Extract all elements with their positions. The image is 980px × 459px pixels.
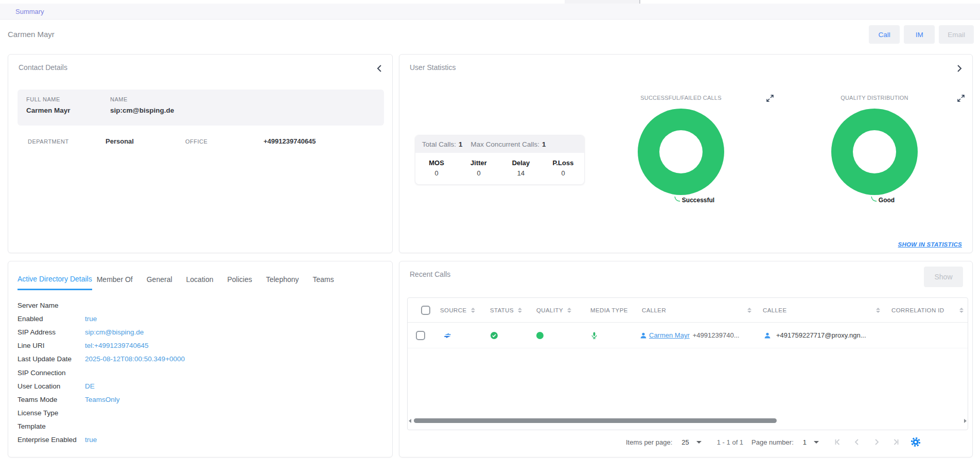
ad-field-label: SIP Connection	[18, 366, 85, 379]
expand-chart-icon[interactable]	[766, 94, 774, 104]
browser-tab-sliver	[565, 0, 640, 4]
ad-field-value: true	[85, 433, 185, 447]
leader-line	[871, 197, 877, 203]
items-per-page-dropdown-icon[interactable]	[696, 441, 702, 444]
page-number-dropdown-icon[interactable]	[814, 441, 819, 444]
tab-telephony[interactable]: Telephony	[266, 269, 299, 290]
select-all-checkbox[interactable]	[421, 306, 430, 315]
col-status[interactable]: STATUS	[490, 307, 514, 313]
ad-field-label: SIP Address	[18, 325, 85, 339]
col-callee[interactable]: CALLEE	[763, 307, 787, 313]
department-value: Personal	[106, 137, 185, 145]
col-correlation-id[interactable]: CORRELATION ID	[891, 307, 944, 313]
email-button: Email	[939, 25, 974, 44]
full-name-label: FULL NAME	[26, 96, 110, 102]
recent-calls-table: SOURCE STATUS QUALITY MEDIA TYPE CALLER …	[407, 297, 968, 430]
tab-location[interactable]: Location	[186, 269, 214, 290]
donut-legend-good: Good	[879, 197, 895, 204]
summary-bar: Summary	[0, 4, 980, 20]
table-settings-gear-icon[interactable]	[911, 437, 921, 447]
metric-label: Delay	[500, 159, 542, 167]
metric-value: 0	[542, 169, 584, 177]
ad-field-label: Enterprise Enabled	[18, 433, 85, 447]
status-success-icon	[490, 331, 498, 340]
max-concurrent-value: 1	[542, 140, 546, 148]
col-caller[interactable]: CALLER	[642, 307, 666, 313]
ad-field-value	[85, 298, 185, 312]
caller-link[interactable]: Carmen Mayr	[649, 331, 690, 339]
quality-metrics: MOS 0 Jitter 0 Delay 14 P.Loss 0	[415, 153, 584, 184]
ad-field-value: sip:cm@bisping.de	[85, 325, 185, 339]
browser-top-strip	[0, 0, 980, 4]
row-checkbox[interactable]	[416, 331, 425, 340]
total-calls-value: 1	[459, 140, 463, 148]
department-label: DEPARTMENT	[28, 138, 106, 145]
show-button: Show	[924, 267, 963, 287]
collapse-left-icon[interactable]	[376, 64, 383, 75]
show-in-statistics-link[interactable]: SHOW IN STATISTICS	[898, 241, 962, 248]
callee-address: +491759227717@proxy.ngn...	[776, 331, 866, 339]
ad-field-label: Server Name	[18, 298, 85, 312]
ad-field-list: Server Name Enabledtrue SIP Addresssip:c…	[18, 298, 185, 447]
ad-field-value: 2025-08-12T08:00:50.349+0000	[85, 352, 185, 366]
col-media-type[interactable]: MEDIA TYPE	[590, 307, 628, 313]
sort-icon[interactable]	[747, 308, 751, 313]
col-source[interactable]: SOURCE	[440, 307, 467, 313]
name-value: sip:cm@bisping.de	[110, 107, 174, 114]
tab-active-directory-details[interactable]: Active Directory Details	[18, 269, 92, 290]
page-number-value[interactable]: 1	[803, 438, 807, 446]
office-label: OFFICE	[185, 138, 264, 145]
sort-icon[interactable]	[567, 308, 571, 313]
ad-field-value	[85, 420, 185, 433]
person-icon	[640, 332, 647, 339]
ad-field-value: TeamsOnly	[85, 393, 185, 406]
ad-field-label: Enabled	[18, 312, 85, 325]
scrollbar-thumb[interactable]	[414, 418, 777, 423]
contact-details-card: Contact Details FULL NAME Carmen Mayr NA…	[8, 54, 393, 253]
next-page-icon	[872, 438, 881, 446]
scroll-right-icon[interactable]	[964, 419, 967, 423]
pagination-range: 1 - 1 of 1	[717, 438, 743, 446]
ad-field-label: Teams Mode	[18, 393, 85, 406]
scroll-left-icon[interactable]	[409, 419, 411, 423]
pagination-bar: Items per page: 25 1 - 1 of 1 Page numbe…	[626, 434, 921, 450]
ad-field-label: License Type	[18, 407, 85, 420]
tab-summary[interactable]: Summary	[15, 8, 44, 15]
user-statistics-title: User Statistics	[410, 63, 456, 72]
previous-page-icon	[853, 438, 861, 446]
items-per-page-value[interactable]: 25	[681, 438, 689, 446]
contact-secondary-row: DEPARTMENT Personal OFFICE +499123974064…	[28, 137, 316, 145]
sort-icon[interactable]	[876, 308, 880, 313]
metric-label: MOS	[415, 159, 458, 167]
tab-general[interactable]: General	[147, 269, 172, 290]
sort-icon[interactable]	[518, 308, 522, 313]
sort-icon[interactable]	[471, 308, 475, 313]
tab-teams[interactable]: Teams	[313, 269, 334, 290]
call-stats-header: Total Calls: 1 Max Concurrent Calls: 1	[415, 135, 584, 153]
im-button[interactable]: IM	[904, 25, 935, 44]
ad-field-label: User Location	[18, 379, 85, 393]
teams-source-icon	[443, 331, 452, 340]
tab-policies[interactable]: Policies	[227, 269, 252, 290]
last-page-icon	[892, 438, 900, 446]
metric-value: 0	[458, 169, 500, 177]
ad-field-value: tel:+4991239740645	[85, 339, 185, 352]
tab-member-of[interactable]: Member Of	[97, 269, 133, 290]
recent-calls-card: Recent Calls Show SOURCE STATUS QUALITY …	[399, 261, 973, 457]
col-quality[interactable]: QUALITY	[536, 307, 563, 313]
page-header: Carmen Mayr Call IM Email	[0, 20, 980, 54]
call-button[interactable]: Call	[869, 25, 900, 44]
donut-quality[interactable]	[831, 109, 918, 195]
horizontal-scrollbar[interactable]	[409, 417, 967, 424]
expand-chart-icon[interactable]	[957, 94, 965, 104]
table-header-row: SOURCE STATUS QUALITY MEDIA TYPE CALLER …	[408, 298, 968, 323]
donut-legend-successful: Successful	[682, 197, 714, 204]
metric-label: P.Loss	[542, 159, 584, 167]
table-row[interactable]: Carmen Mayr +4991239740... +491759227717…	[408, 323, 968, 348]
ad-field-label: Last Update Date	[18, 352, 85, 366]
sort-icon[interactable]	[959, 308, 964, 313]
ad-field-value: true	[85, 312, 185, 325]
donut-successful[interactable]	[638, 109, 724, 195]
contact-details-title: Contact Details	[19, 63, 67, 72]
expand-right-icon[interactable]	[956, 64, 963, 75]
